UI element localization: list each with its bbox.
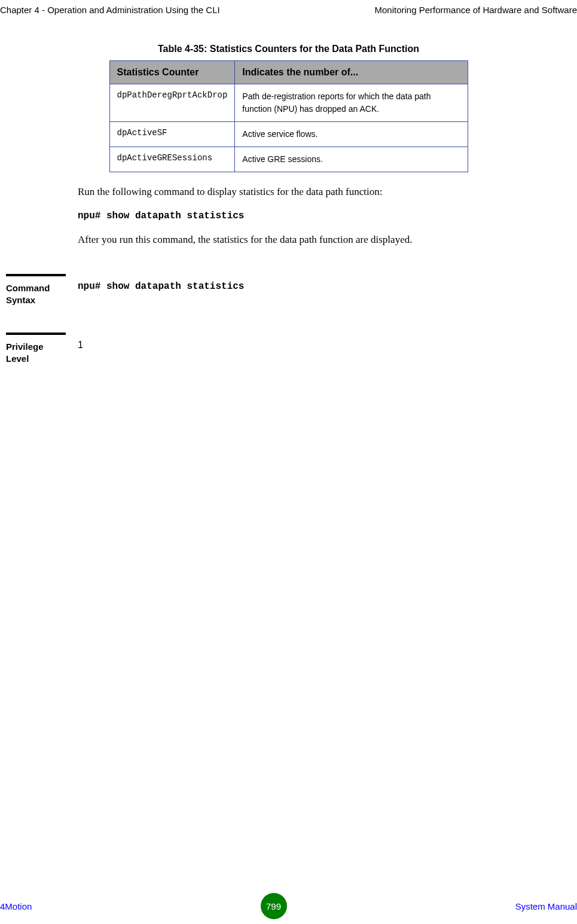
page-footer: 4Motion 799 System Manual xyxy=(0,893,577,919)
counter-cell: dpActiveGRESessions xyxy=(109,147,235,172)
section-label: Privilege Level xyxy=(6,341,78,364)
command-syntax-section: Command Syntax npu# show datapath statis… xyxy=(0,274,577,306)
desc-cell: Active GRE sessions. xyxy=(235,147,468,172)
body-paragraph: Run the following command to display sta… xyxy=(78,184,553,200)
table-header-description: Indicates the number of... xyxy=(235,61,468,84)
footer-manual: System Manual xyxy=(515,901,577,911)
table-row: dpActiveSF Active service flows. xyxy=(109,122,468,147)
page-number-badge: 799 xyxy=(261,893,287,919)
page-header: Chapter 4 - Operation and Administration… xyxy=(0,0,577,20)
table-row: dpPathDeregRprtAckDrop Path de-registrat… xyxy=(109,84,468,122)
table-header-counter: Statistics Counter xyxy=(109,61,235,84)
counter-cell: dpActiveSF xyxy=(109,122,235,147)
header-chapter: Chapter 4 - Operation and Administration… xyxy=(0,5,220,15)
section-divider xyxy=(6,333,66,335)
command-syntax-value: npu# show datapath statistics xyxy=(78,274,244,292)
section-divider xyxy=(6,274,66,276)
page-content: Table 4-35: Statistics Counters for the … xyxy=(0,20,577,364)
privilege-level-value: 1 xyxy=(78,333,83,350)
header-section: Monitoring Performance of Hardware and S… xyxy=(375,5,578,15)
footer-page-wrap: 799 xyxy=(261,893,287,919)
footer-product: 4Motion xyxy=(0,901,32,911)
table-caption: Table 4-35: Statistics Counters for the … xyxy=(0,44,577,54)
privilege-level-section: Privilege Level 1 xyxy=(0,333,577,364)
counter-cell: dpPathDeregRprtAckDrop xyxy=(109,84,235,122)
desc-cell: Active service flows. xyxy=(235,122,468,147)
body-paragraph: After you run this command, the statisti… xyxy=(78,232,553,248)
section-label: Command Syntax xyxy=(6,282,78,306)
command-line: npu# show datapath statistics xyxy=(78,211,577,221)
desc-cell: Path de-registration reports for which t… xyxy=(235,84,468,122)
table-row: dpActiveGRESessions Active GRE sessions. xyxy=(109,147,468,172)
statistics-table: Statistics Counter Indicates the number … xyxy=(109,60,468,172)
